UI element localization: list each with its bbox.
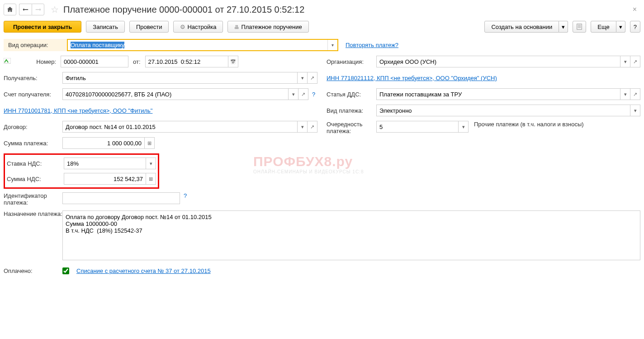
- more-button[interactable]: Еще: [591, 21, 616, 33]
- post-and-close-button[interactable]: Провести и закрыть: [4, 21, 81, 33]
- vat-rate-row: Ставка НДС: ▾: [7, 158, 156, 169]
- vat-sum-row: Сумма НДС:: [7, 173, 156, 185]
- recipient-account-dropdown[interactable]: ▾: [289, 88, 298, 100]
- window-title: Платежное поручение 0000-000001 от 27.10…: [63, 5, 626, 15]
- document-icon: [576, 24, 582, 30]
- dds-open[interactable]: ↗: [630, 88, 640, 100]
- recipient-row: Получатель: ▾ ↗: [4, 72, 317, 84]
- recipient-input[interactable]: [62, 72, 298, 84]
- arrow-right-icon: 🠖: [35, 6, 41, 13]
- forward-button[interactable]: 🠖: [32, 4, 44, 15]
- home-button[interactable]: [4, 4, 16, 15]
- more-dropdown[interactable]: ▾: [616, 21, 625, 33]
- organization-row: Организация: ▾ ↗: [327, 56, 640, 67]
- priority-dropdown[interactable]: ▾: [459, 121, 469, 133]
- organization-input[interactable]: [376, 56, 620, 67]
- contract-input[interactable]: [62, 121, 298, 133]
- paid-checkbox[interactable]: [62, 267, 69, 274]
- home-icon: [7, 6, 13, 13]
- number-input[interactable]: [61, 56, 128, 67]
- svg-rect-0: [577, 24, 582, 29]
- date-from-label: от:: [133, 58, 141, 65]
- recipient-account-open[interactable]: ↗: [298, 88, 308, 100]
- right-column: Организация: ▾ ↗ ИНН 7718021112, КПП <не…: [327, 56, 640, 210]
- priority-input[interactable]: [376, 121, 459, 133]
- priority-desc: Прочие платежи (в т.ч. налоги и взносы): [474, 121, 584, 128]
- create-based-on-dropdown[interactable]: ▾: [559, 21, 568, 33]
- recipient-account-label: Счет получателя:: [4, 91, 62, 98]
- payment-kind-dropdown[interactable]: ▾: [630, 105, 640, 116]
- priority-label: Очередность платежа:: [327, 121, 376, 134]
- recipient-label: Получатель:: [4, 75, 62, 81]
- operation-type-label: Вид операции:: [8, 42, 48, 48]
- vat-highlight-box: Ставка НДС: ▾ Сумма НДС:: [4, 153, 159, 189]
- payment-id-label: Идентификатор платежа:: [4, 192, 62, 206]
- org-info-link[interactable]: ИНН 7718021112, КПП <не требуется>, ООО …: [327, 75, 497, 81]
- payment-id-input[interactable]: [62, 192, 180, 204]
- org-info-row: ИНН 7718021112, КПП <не требуется>, ООО …: [327, 72, 640, 84]
- report-button[interactable]: [573, 21, 586, 33]
- recipient-info-link[interactable]: ИНН 7701001781, КПП <не требуется>, ООО …: [4, 107, 152, 114]
- paid-link[interactable]: Списание с расчетного счета № 37 от 27.1…: [76, 267, 211, 274]
- repeat-payment-link[interactable]: Повторять платеж?: [346, 42, 398, 48]
- vat-sum-input[interactable]: [64, 173, 146, 185]
- paid-label: Оплачено:: [4, 267, 62, 274]
- vat-rate-input[interactable]: [64, 158, 146, 169]
- payment-kind-label: Вид платежа:: [327, 107, 376, 114]
- organization-dropdown[interactable]: ▾: [620, 56, 630, 67]
- recipient-account-help[interactable]: ?: [312, 91, 315, 98]
- back-button[interactable]: 🠔: [19, 4, 32, 15]
- organization-label: Организация:: [327, 58, 376, 65]
- vat-sum-label: Сумма НДС:: [7, 176, 64, 182]
- calendar-button[interactable]: [228, 56, 238, 67]
- payment-kind-row: Вид платежа: ▾: [327, 105, 640, 116]
- payment-sum-label: Сумма платежа:: [4, 140, 62, 147]
- help-button[interactable]: ?: [630, 21, 640, 33]
- recipient-info-row: ИНН 7701001781, КПП <не требуется>, ООО …: [4, 105, 317, 116]
- contract-dropdown[interactable]: ▾: [298, 121, 308, 133]
- payment-sum-calc[interactable]: [145, 137, 155, 149]
- paid-row: Оплачено: Списание с расчетного счета № …: [4, 265, 640, 277]
- organization-open[interactable]: ↗: [630, 56, 640, 67]
- arrow-left-icon: 🠔: [23, 6, 28, 13]
- command-bar: Провести и закрыть Записать Провести Нас…: [4, 21, 640, 33]
- print-icon: [234, 24, 239, 30]
- favorite-star-icon[interactable]: ☆: [51, 4, 59, 15]
- purpose-row: Назначение платежа:: [4, 210, 640, 260]
- title-bar: 🠔 🠖 ☆ Платежное поручение 0000-000001 от…: [4, 4, 640, 15]
- contract-row: Договор: ▾ ↗: [4, 121, 317, 133]
- payment-kind-input[interactable]: [376, 105, 630, 116]
- vat-rate-dropdown[interactable]: ▾: [146, 158, 156, 169]
- operation-type-dropdown[interactable]: ▾: [327, 40, 337, 50]
- payment-id-help[interactable]: ?: [184, 192, 187, 199]
- dds-row: Статья ДДС: ▾ ↗: [327, 88, 640, 100]
- payment-id-row: Идентификатор платежа: ?: [4, 192, 317, 206]
- payment-sum-row: Сумма платежа:: [4, 137, 317, 149]
- number-label: Номер:: [17, 58, 61, 65]
- purpose-textarea[interactable]: [62, 210, 640, 260]
- purpose-label: Назначение платежа:: [4, 210, 62, 217]
- date-input[interactable]: [145, 56, 228, 67]
- number-row: Номер: от:: [4, 56, 317, 67]
- print-form-button[interactable]: Платежное поручение: [227, 21, 308, 33]
- save-button[interactable]: Записать: [86, 21, 125, 33]
- payment-sum-input[interactable]: [62, 137, 145, 149]
- gear-icon: [180, 24, 185, 30]
- dds-dropdown[interactable]: ▾: [620, 88, 630, 100]
- recipient-open[interactable]: ↗: [308, 72, 317, 84]
- contract-open[interactable]: ↗: [308, 121, 317, 133]
- recipient-account-input[interactable]: [62, 88, 289, 100]
- recipient-account-row: Счет получателя: ▾ ↗ ?: [4, 88, 317, 100]
- recipient-dropdown[interactable]: ▾: [298, 72, 308, 84]
- operation-type-input[interactable]: Оплата поставщику: [68, 40, 327, 50]
- settings-button[interactable]: Настройка: [173, 21, 223, 33]
- dds-input[interactable]: [376, 88, 620, 100]
- window-close-button[interactable]: ×: [629, 5, 640, 14]
- vat-sum-calc[interactable]: [146, 173, 156, 185]
- dds-label: Статья ДДС:: [327, 91, 376, 98]
- create-based-on-button[interactable]: Создать на основании: [484, 21, 559, 33]
- post-button[interactable]: Провести: [129, 21, 169, 33]
- vat-rate-label: Ставка НДС:: [7, 160, 64, 167]
- operation-type-row: Вид операции: Оплата поставщику ▾ Повтор…: [4, 39, 640, 51]
- status-flag-icon: [4, 58, 17, 66]
